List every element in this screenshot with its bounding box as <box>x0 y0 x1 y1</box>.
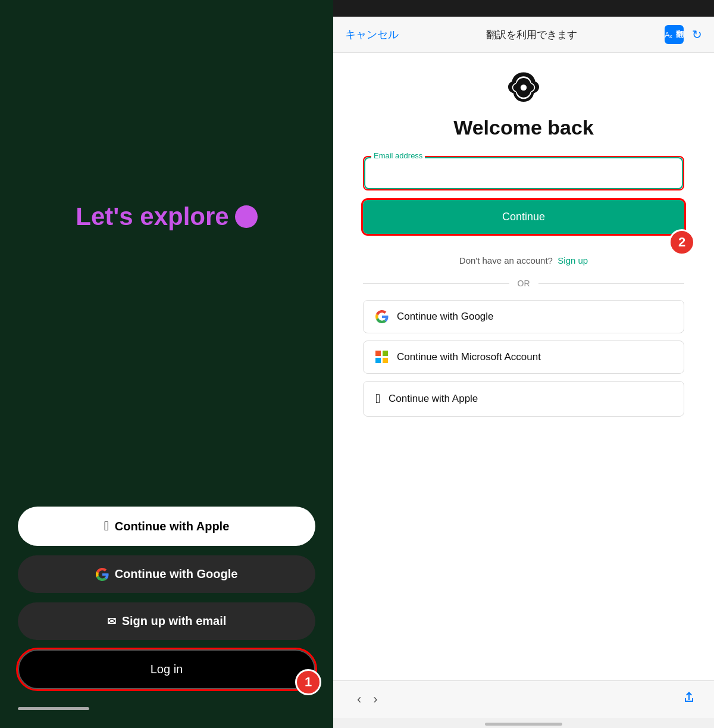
right-content: Welcome back Email address Continue 2 Do… <box>333 53 714 680</box>
translate-label: 翻 <box>676 29 684 40</box>
translate-icon: A x <box>665 29 676 40</box>
share-button[interactable] <box>682 690 696 708</box>
signup-text: Don't have an account? Sign up <box>459 255 588 265</box>
apple-button-left-label: Continue with Apple <box>115 520 230 533</box>
google-button-right-label: Continue with Google <box>397 311 494 323</box>
home-indicator-left <box>18 707 89 710</box>
microsoft-button-right-label: Continue with Microsoft Account <box>397 351 541 363</box>
email-label: Email address <box>371 151 425 160</box>
forward-button[interactable]: › <box>367 689 383 710</box>
badge-1: 1 <box>295 669 321 695</box>
badge-2: 2 <box>669 229 695 255</box>
google-icon-right <box>375 310 389 323</box>
login-button-left-label: Log in <box>151 663 183 676</box>
browser-bottom-bar: ‹ › <box>333 680 714 718</box>
svg-point-2 <box>521 85 527 90</box>
apple-button-left[interactable]:  Continue with Apple <box>18 507 315 546</box>
tagline-dot <box>235 205 258 228</box>
browser-bar: キャンセル 翻訳を利用できます A x 翻 ↻ <box>333 17 714 53</box>
back-button[interactable]: ‹ <box>351 689 367 710</box>
email-field-wrapper: Email address <box>363 156 684 190</box>
google-button-left-label: Continue with Google <box>115 567 238 581</box>
tagline: Let's explore <box>76 202 257 231</box>
home-indicator-right <box>485 723 562 726</box>
signup-link[interactable]: Sign up <box>558 255 588 265</box>
translate-icon-button[interactable]: A x 翻 <box>665 25 684 44</box>
cancel-button[interactable]: キャンセル <box>345 27 399 42</box>
or-line-left <box>363 283 509 284</box>
google-icon-left <box>96 568 109 581</box>
browser-title: 翻訳を利用できます <box>486 28 577 42</box>
apple-icon-right:  <box>375 391 380 407</box>
continue-button[interactable]: Continue <box>363 200 684 234</box>
left-panel: Let's explore  Continue with Apple Cont… <box>0 0 333 728</box>
apple-icon-left:  <box>104 518 109 534</box>
openai-logo <box>508 71 539 102</box>
tagline-text: Let's explore <box>76 202 228 231</box>
google-button-left[interactable]: Continue with Google <box>18 555 315 593</box>
or-divider: OR <box>363 279 684 288</box>
apple-button-right[interactable]:  Continue with Apple <box>363 381 684 417</box>
email-input[interactable] <box>364 157 683 189</box>
email-icon-left: ✉ <box>107 615 116 628</box>
continue-button-label: Continue <box>502 211 545 223</box>
or-text: OR <box>518 279 530 288</box>
or-line-right <box>538 283 685 284</box>
svg-text:x: x <box>669 33 672 39</box>
email-button-left[interactable]: ✉ Sign up with email <box>18 602 315 640</box>
welcome-title: Welcome back <box>453 116 594 139</box>
microsoft-icon-right <box>375 351 389 364</box>
right-panel: キャンセル 翻訳を利用できます A x 翻 ↻ Welcome back <box>333 0 714 728</box>
google-button-right[interactable]: Continue with Google <box>363 300 684 333</box>
email-button-left-label: Sign up with email <box>122 614 227 628</box>
refresh-icon[interactable]: ↻ <box>692 27 702 42</box>
microsoft-button-right[interactable]: Continue with Microsoft Account <box>363 340 684 374</box>
apple-button-right-label: Continue with Apple <box>389 393 478 405</box>
browser-icons: A x 翻 ↻ <box>665 25 702 44</box>
login-button-left[interactable]: Log in <box>18 649 315 689</box>
status-bar <box>333 0 714 17</box>
